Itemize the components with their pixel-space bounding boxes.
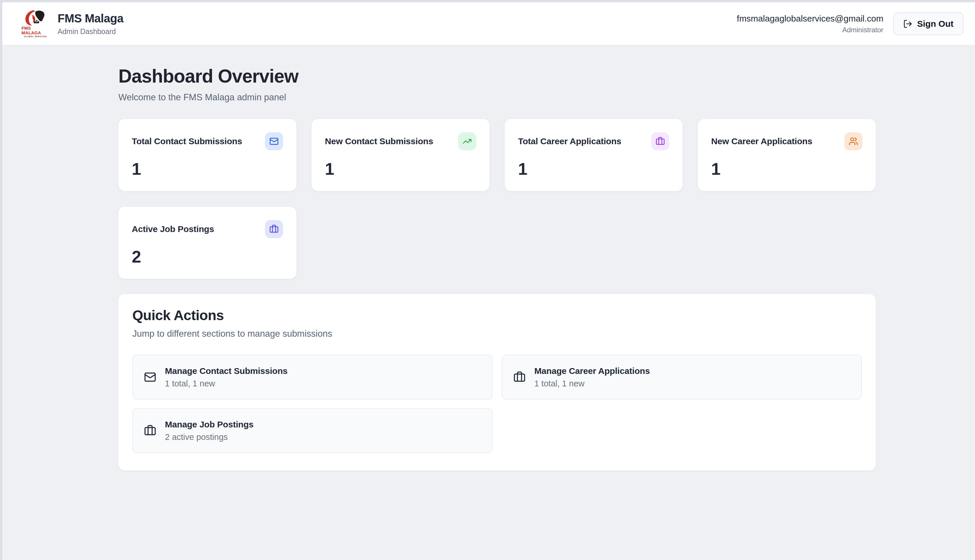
quick-actions-title: Quick Actions [132,307,862,323]
stat-card-new-career-applications: New Career Applications 1 [698,119,876,191]
trending-up-icon [458,132,476,150]
manage-career-applications-button[interactable]: Manage Career Applications 1 total, 1 ne… [502,355,862,400]
page-subtitle: Welcome to the FMS Malaga admin panel [119,92,876,103]
brand: FMS MALAGA GLOBAL SERVICES FMS Malaga Ad… [22,10,124,38]
action-meta: 1 total, 1 new [165,379,288,388]
stat-label: Total Contact Submissions [132,137,242,146]
manage-contact-submissions-button[interactable]: Manage Contact Submissions 1 total, 1 ne… [132,355,493,400]
quick-actions-panel: Quick Actions Jump to different sections… [119,294,876,470]
briefcase-icon [144,425,156,437]
logo-tagline: GLOBAL SERVICES [24,35,47,38]
briefcase-icon [265,220,283,238]
mail-icon [144,371,156,383]
app-title: FMS Malaga [58,12,124,25]
stat-value: 2 [132,247,283,266]
stat-label: Active Job Postings [132,224,214,234]
logo-wordmark: FMS MALAGA [22,26,50,35]
stat-card-total-career-applications: Total Career Applications 1 [505,119,683,191]
sign-out-button[interactable]: Sign Out [893,13,963,35]
user-email: fmsmalagaglobalservices@gmail.com [737,14,883,23]
app-subtitle: Admin Dashboard [58,27,124,36]
stats-grid: Total Contact Submissions 1 New Contact … [119,119,876,279]
users-icon [845,132,862,150]
stat-label: New Career Applications [711,137,812,146]
stat-label: New Contact Submissions [325,137,433,146]
stat-card-active-job-postings: Active Job Postings 2 [119,207,296,279]
action-meta: 2 active postings [165,432,254,442]
app-header: FMS MALAGA GLOBAL SERVICES FMS Malaga Ad… [2,2,975,46]
page-title: Dashboard Overview [119,65,876,87]
action-label: Manage Contact Submissions [165,366,288,376]
stat-card-new-contact-submissions: New Contact Submissions 1 [312,119,489,191]
stat-card-total-contact-submissions: Total Contact Submissions 1 [119,119,296,191]
sign-out-label: Sign Out [917,19,953,29]
stat-value: 1 [518,159,669,178]
action-label: Manage Job Postings [165,420,254,430]
briefcase-icon [651,132,669,150]
mail-icon [265,132,283,150]
action-label: Manage Career Applications [534,366,650,376]
quick-actions-subtitle: Jump to different sections to manage sub… [132,328,862,339]
stat-label: Total Career Applications [518,137,621,146]
fms-malaga-logo-icon: FMS MALAGA GLOBAL SERVICES [22,10,50,38]
stat-value: 1 [325,159,476,178]
user-role: Administrator [737,26,883,34]
window-edge-top [0,0,975,2]
quick-actions-grid: Manage Contact Submissions 1 total, 1 ne… [132,355,862,453]
manage-job-postings-button[interactable]: Manage Job Postings 2 active postings [132,408,493,453]
stat-value: 1 [711,159,862,178]
stat-value: 1 [132,159,283,178]
action-meta: 1 total, 1 new [534,379,650,388]
window-edge-left [0,0,2,560]
log-out-icon [903,19,912,28]
main-content: Dashboard Overview Welcome to the FMS Ma… [119,46,876,470]
briefcase-icon [513,371,526,383]
user-info: fmsmalagaglobalservices@gmail.com Admini… [737,14,883,34]
